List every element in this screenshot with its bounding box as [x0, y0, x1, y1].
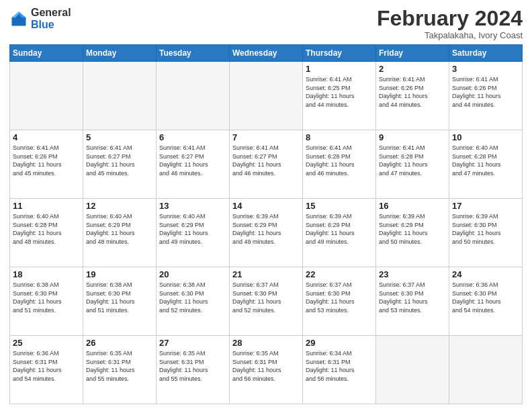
- weekday-header-monday: Monday: [83, 45, 157, 62]
- page: General Blue February 2024 Takpalakaha, …: [0, 0, 532, 411]
- title-block: February 2024 Takpalakaha, Ivory Coast: [377, 7, 523, 40]
- day-number: 18: [13, 269, 80, 279]
- calendar-cell: 1Sunrise: 6:41 AM Sunset: 6:25 PM Daylig…: [303, 62, 376, 130]
- calendar-cell: [230, 62, 303, 130]
- calendar-cell: 6Sunrise: 6:41 AM Sunset: 6:27 PM Daylig…: [157, 130, 230, 199]
- logo-icon: [9, 9, 28, 28]
- day-info: Sunrise: 6:34 AM Sunset: 6:31 PM Dayligh…: [306, 349, 373, 383]
- day-number: 19: [86, 269, 153, 279]
- calendar-cell: 14Sunrise: 6:39 AM Sunset: 6:29 PM Dayli…: [230, 199, 303, 267]
- day-info: Sunrise: 6:41 AM Sunset: 6:26 PM Dayligh…: [13, 144, 80, 177]
- day-info: Sunrise: 6:38 AM Sunset: 6:30 PM Dayligh…: [13, 281, 80, 314]
- calendar-cell: 23Sunrise: 6:37 AM Sunset: 6:30 PM Dayli…: [376, 267, 449, 336]
- day-number: 12: [86, 201, 153, 211]
- calendar-cell: 5Sunrise: 6:41 AM Sunset: 6:27 PM Daylig…: [83, 130, 157, 199]
- week-row-3: 18Sunrise: 6:38 AM Sunset: 6:30 PM Dayli…: [10, 267, 523, 336]
- day-info: Sunrise: 6:41 AM Sunset: 6:26 PM Dayligh…: [379, 75, 446, 109]
- calendar-cell: 13Sunrise: 6:40 AM Sunset: 6:29 PM Dayli…: [157, 199, 230, 267]
- subtitle: Takpalakaha, Ivory Coast: [377, 30, 523, 40]
- day-info: Sunrise: 6:40 AM Sunset: 6:28 PM Dayligh…: [452, 144, 519, 177]
- day-info: Sunrise: 6:39 AM Sunset: 6:29 PM Dayligh…: [379, 212, 446, 246]
- calendar-cell: 12Sunrise: 6:40 AM Sunset: 6:29 PM Dayli…: [83, 199, 157, 267]
- day-info: Sunrise: 6:41 AM Sunset: 6:25 PM Dayligh…: [306, 75, 373, 109]
- day-info: Sunrise: 6:40 AM Sunset: 6:29 PM Dayligh…: [86, 212, 153, 246]
- day-number: 5: [86, 132, 153, 142]
- calendar-cell: 4Sunrise: 6:41 AM Sunset: 6:26 PM Daylig…: [10, 130, 83, 199]
- calendar-cell: 8Sunrise: 6:41 AM Sunset: 6:28 PM Daylig…: [303, 130, 376, 199]
- day-number: 25: [13, 338, 80, 348]
- day-number: 1: [306, 64, 373, 74]
- day-number: 9: [379, 132, 446, 142]
- calendar-cell: 22Sunrise: 6:37 AM Sunset: 6:30 PM Dayli…: [303, 267, 376, 336]
- calendar-cell: 7Sunrise: 6:41 AM Sunset: 6:27 PM Daylig…: [230, 130, 303, 199]
- day-number: 10: [452, 132, 519, 142]
- calendar-cell: [10, 62, 83, 130]
- calendar-cell: 10Sunrise: 6:40 AM Sunset: 6:28 PM Dayli…: [449, 130, 523, 199]
- logo-blue-text: Blue: [31, 19, 71, 31]
- weekday-header-saturday: Saturday: [449, 45, 523, 62]
- day-info: Sunrise: 6:39 AM Sunset: 6:30 PM Dayligh…: [452, 212, 519, 246]
- week-row-4: 25Sunrise: 6:36 AM Sunset: 6:31 PM Dayli…: [10, 336, 523, 404]
- day-info: Sunrise: 6:36 AM Sunset: 6:30 PM Dayligh…: [452, 281, 519, 314]
- calendar-cell: 9Sunrise: 6:41 AM Sunset: 6:28 PM Daylig…: [376, 130, 449, 199]
- calendar-cell: 26Sunrise: 6:35 AM Sunset: 6:31 PM Dayli…: [83, 336, 157, 404]
- weekday-header-wednesday: Wednesday: [230, 45, 303, 62]
- week-row-1: 4Sunrise: 6:41 AM Sunset: 6:26 PM Daylig…: [10, 130, 523, 199]
- day-info: Sunrise: 6:41 AM Sunset: 6:28 PM Dayligh…: [379, 144, 446, 177]
- day-info: Sunrise: 6:41 AM Sunset: 6:26 PM Dayligh…: [452, 75, 519, 109]
- day-number: 27: [159, 338, 226, 348]
- day-number: 2: [379, 64, 446, 74]
- day-number: 13: [159, 201, 226, 211]
- day-number: 14: [232, 201, 300, 211]
- calendar-table: SundayMondayTuesdayWednesdayThursdayFrid…: [9, 44, 523, 404]
- calendar-cell: 16Sunrise: 6:39 AM Sunset: 6:29 PM Dayli…: [376, 199, 449, 267]
- day-info: Sunrise: 6:39 AM Sunset: 6:29 PM Dayligh…: [306, 212, 373, 246]
- calendar-cell: 2Sunrise: 6:41 AM Sunset: 6:26 PM Daylig…: [376, 62, 449, 130]
- weekday-header-friday: Friday: [376, 45, 449, 62]
- day-info: Sunrise: 6:37 AM Sunset: 6:30 PM Dayligh…: [232, 281, 300, 314]
- day-number: 24: [452, 269, 519, 279]
- day-info: Sunrise: 6:37 AM Sunset: 6:30 PM Dayligh…: [379, 281, 446, 314]
- day-number: 23: [379, 269, 446, 279]
- day-number: 6: [159, 132, 226, 142]
- calendar-cell: 25Sunrise: 6:36 AM Sunset: 6:31 PM Dayli…: [10, 336, 83, 404]
- day-number: 26: [86, 338, 153, 348]
- calendar-cell: [449, 336, 523, 404]
- day-number: 15: [306, 201, 373, 211]
- day-info: Sunrise: 6:38 AM Sunset: 6:30 PM Dayligh…: [159, 281, 226, 314]
- day-info: Sunrise: 6:38 AM Sunset: 6:30 PM Dayligh…: [86, 281, 153, 314]
- day-info: Sunrise: 6:40 AM Sunset: 6:28 PM Dayligh…: [13, 212, 80, 246]
- day-number: 7: [232, 132, 300, 142]
- calendar-cell: 15Sunrise: 6:39 AM Sunset: 6:29 PM Dayli…: [303, 199, 376, 267]
- calendar-cell: 20Sunrise: 6:38 AM Sunset: 6:30 PM Dayli…: [157, 267, 230, 336]
- day-info: Sunrise: 6:35 AM Sunset: 6:31 PM Dayligh…: [159, 349, 226, 383]
- calendar-cell: 19Sunrise: 6:38 AM Sunset: 6:30 PM Dayli…: [83, 267, 157, 336]
- day-info: Sunrise: 6:41 AM Sunset: 6:28 PM Dayligh…: [306, 144, 373, 177]
- calendar-cell: 21Sunrise: 6:37 AM Sunset: 6:30 PM Dayli…: [230, 267, 303, 336]
- calendar-cell: 11Sunrise: 6:40 AM Sunset: 6:28 PM Dayli…: [10, 199, 83, 267]
- day-info: Sunrise: 6:36 AM Sunset: 6:31 PM Dayligh…: [13, 349, 80, 383]
- day-number: 8: [306, 132, 373, 142]
- weekday-header-row: SundayMondayTuesdayWednesdayThursdayFrid…: [10, 45, 523, 62]
- day-number: 16: [379, 201, 446, 211]
- day-number: 3: [452, 64, 519, 74]
- calendar-cell: 29Sunrise: 6:34 AM Sunset: 6:31 PM Dayli…: [303, 336, 376, 404]
- logo-text: General Blue: [31, 7, 71, 30]
- calendar-cell: 3Sunrise: 6:41 AM Sunset: 6:26 PM Daylig…: [449, 62, 523, 130]
- header: General Blue February 2024 Takpalakaha, …: [9, 7, 523, 40]
- day-info: Sunrise: 6:37 AM Sunset: 6:30 PM Dayligh…: [306, 281, 373, 314]
- logo: General Blue: [9, 7, 71, 30]
- calendar-cell: [83, 62, 157, 130]
- calendar-cell: 28Sunrise: 6:35 AM Sunset: 6:31 PM Dayli…: [230, 336, 303, 404]
- day-number: 22: [306, 269, 373, 279]
- day-info: Sunrise: 6:35 AM Sunset: 6:31 PM Dayligh…: [86, 349, 153, 383]
- day-info: Sunrise: 6:40 AM Sunset: 6:29 PM Dayligh…: [159, 212, 226, 246]
- calendar-cell: 17Sunrise: 6:39 AM Sunset: 6:30 PM Dayli…: [449, 199, 523, 267]
- week-row-0: 1Sunrise: 6:41 AM Sunset: 6:25 PM Daylig…: [10, 62, 523, 130]
- day-info: Sunrise: 6:39 AM Sunset: 6:29 PM Dayligh…: [232, 212, 300, 246]
- calendar-cell: 18Sunrise: 6:38 AM Sunset: 6:30 PM Dayli…: [10, 267, 83, 336]
- day-info: Sunrise: 6:41 AM Sunset: 6:27 PM Dayligh…: [159, 144, 226, 177]
- main-title: February 2024: [377, 7, 523, 30]
- day-number: 28: [232, 338, 300, 348]
- day-number: 29: [306, 338, 373, 348]
